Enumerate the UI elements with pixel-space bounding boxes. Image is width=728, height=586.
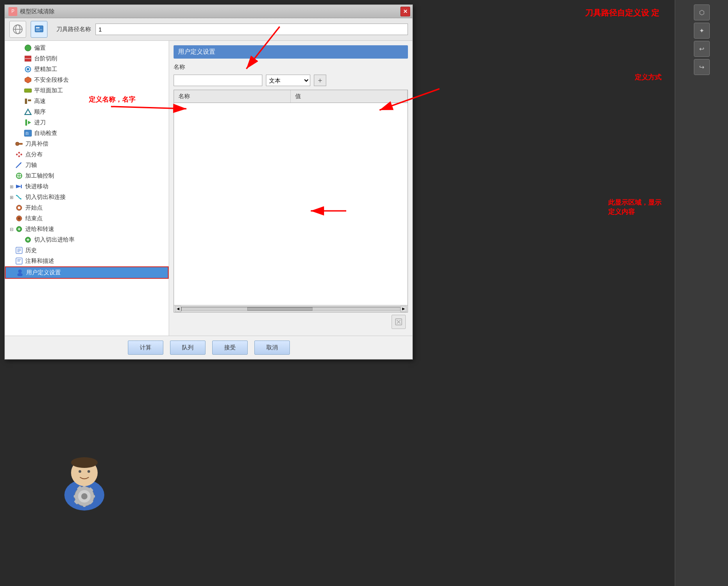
svg-rect-57 <box>83 486 86 490</box>
toolbar-icon-world[interactable] <box>9 21 26 38</box>
dialog-content: 偏置台阶切削壁精加工不安全段移去平坦面加工高速顺序进刀自自动检查刀具补偿点分布刀… <box>5 41 412 336</box>
icon-dao_zhou <box>15 162 24 169</box>
tree-item-jin_dao[interactable]: 进刀 <box>5 117 169 128</box>
queue-button[interactable]: 队列 <box>170 341 206 355</box>
tree-item-shun_xu[interactable]: 顺序 <box>5 107 169 117</box>
settings-panel: 用户定义设置 名称 文本 ＋ 名称 值 <box>169 41 412 336</box>
svg-point-48 <box>18 269 22 273</box>
svg-point-67 <box>79 470 81 473</box>
type-select[interactable]: 文本 <box>266 75 310 86</box>
icon-yong_hu_ding_yi <box>16 269 24 276</box>
tree-panel: 偏置台阶切削壁精加工不安全段移去平坦面加工高速顺序进刀自自动检查刀具补偿点分布刀… <box>5 41 169 336</box>
icon-ping_mian <box>24 87 32 94</box>
svg-rect-14 <box>25 99 27 104</box>
toolbar-btn-4[interactable]: ↪ <box>694 59 710 75</box>
add-property-button[interactable]: ＋ <box>314 75 326 86</box>
tree-item-dian_fen[interactable]: 点分布 <box>5 149 169 160</box>
name-input-row: 文本 ＋ <box>174 75 408 86</box>
toolbar-icon-card[interactable] <box>31 21 47 38</box>
scroll-left-arrow[interactable]: ◀ <box>175 306 181 312</box>
tree-item-li_shi[interactable]: 历史 <box>5 245 169 256</box>
svg-rect-22 <box>19 143 23 145</box>
scroll-right-arrow[interactable]: ▶ <box>400 306 407 312</box>
path-name-input[interactable] <box>95 24 408 35</box>
tree-item-zhu_shi[interactable]: 注释和描述 <box>5 256 169 266</box>
svg-rect-59 <box>91 495 95 498</box>
tree-item-qie_ru_chu_jin[interactable]: 切入切出进给率 <box>5 234 169 245</box>
delete-button[interactable] <box>392 315 406 329</box>
delete-btn-area <box>174 313 408 331</box>
dialog-title-icon: P <box>8 7 17 16</box>
tree-item-yong_hu_ding_yi[interactable]: 用户定义设置 <box>5 266 169 279</box>
svg-point-21 <box>16 142 19 146</box>
tree-item-kai_shi_dian[interactable]: 开始点 <box>5 202 169 213</box>
label-jie_shu_dian: 结束点 <box>25 214 43 222</box>
calculate-button[interactable]: 计算 <box>128 341 163 355</box>
label-zi_dong: 自动检查 <box>34 129 57 137</box>
table-header: 名称 值 <box>174 90 408 103</box>
expander-jin_gei_he_zhuan[interactable]: ⊟ <box>8 227 15 232</box>
icon-li_shi <box>15 247 24 254</box>
icon-shun_xu <box>24 108 32 115</box>
tree-item-dao_zhou[interactable]: 刀轴 <box>5 160 169 170</box>
icon-jie_shu_dian <box>15 215 24 222</box>
toolbar-btn-3[interactable]: ↩ <box>694 41 710 57</box>
label-jia_gong_zhou: 加工轴控制 <box>25 172 54 180</box>
tree-item-dao_ju_bu[interactable]: 刀具补偿 <box>5 139 169 149</box>
dialog-toolbar: 刀具路径名称 <box>5 18 412 41</box>
icon-zi_dong: 自 <box>24 130 32 137</box>
name-input-field[interactable] <box>174 75 262 86</box>
col-name-header: 名称 <box>174 90 291 103</box>
settings-title-bar: 用户定义设置 <box>174 45 408 59</box>
right-toolbar: ⬡ ✦ ↩ ↪ <box>675 0 728 586</box>
svg-rect-3 <box>35 26 43 32</box>
dialog-close-button[interactable]: ✕ <box>400 7 410 16</box>
tree-item-qie_ru[interactable]: ⊞切入切出和连接 <box>5 192 169 202</box>
label-qie_ru: 切入切出和连接 <box>25 193 66 201</box>
horizontal-scrollbar[interactable]: ◀ ▶ <box>174 305 408 312</box>
tree-item-gao_su[interactable]: 高速 <box>5 96 169 107</box>
icon-qie_ru <box>15 194 24 201</box>
annotation-define-method: 定义方式 <box>635 73 661 82</box>
annotation-name: 定义名称，名字 <box>89 95 135 104</box>
svg-marker-18 <box>28 121 31 124</box>
tree-item-jin_gei_he_zhuan[interactable]: ⊟进给和转速 <box>5 224 169 234</box>
icon-dao_ju_bu <box>15 140 24 147</box>
tree-item-jie_shu_dian[interactable]: 结束点 <box>5 213 169 224</box>
label-dian_fen: 点分布 <box>25 150 43 158</box>
label-li_shi: 历史 <box>25 246 37 254</box>
scroll-thumb[interactable] <box>247 307 313 311</box>
toolbar-btn-1[interactable]: ⬡ <box>694 4 710 20</box>
tree-item-tai_jie[interactable]: 台阶切削 <box>5 53 169 64</box>
annotation-title: 刀具路径自定义设 定 <box>585 8 659 18</box>
label-shun_xu: 顺序 <box>34 108 46 116</box>
icon-kuai_jin <box>15 183 24 190</box>
expander-qie_ru[interactable]: ⊞ <box>8 195 15 200</box>
svg-point-24 <box>18 152 20 154</box>
label-zhu_shi: 注释和描述 <box>25 257 54 265</box>
tree-item-zi_dong[interactable]: 自自动检查 <box>5 128 169 139</box>
scroll-track[interactable] <box>181 307 400 311</box>
tree-item-an_quan[interactable]: 不安全段移去 <box>5 75 169 85</box>
icon-zhu_shi <box>15 257 24 265</box>
name-row: 名称 <box>174 63 408 71</box>
svg-point-68 <box>87 470 90 473</box>
tree-item-bi_jing[interactable]: 壁精加工 <box>5 64 169 75</box>
svg-rect-4 <box>36 27 40 28</box>
icon-jin_dao <box>24 119 32 126</box>
icon-qie_ru_chu_jin <box>24 236 32 243</box>
toolbar-btn-2[interactable]: ✦ <box>694 23 710 39</box>
tree-item-jia_gong_zhou[interactable]: 加工轴控制 <box>5 170 169 181</box>
icon-pian_zhi <box>24 44 32 51</box>
svg-marker-32 <box>16 185 21 188</box>
svg-point-38 <box>18 217 20 220</box>
cancel-button[interactable]: 取消 <box>254 341 290 355</box>
tree-item-pian_zhi[interactable]: 偏置 <box>5 43 169 53</box>
tree-item-ping_mian[interactable]: 平坦面加工 <box>5 85 169 96</box>
expander-kuai_jin[interactable]: ⊞ <box>8 184 15 189</box>
label-yong_hu_ding_yi: 用户定义设置 <box>26 269 61 277</box>
icon-gao_su <box>24 98 32 105</box>
tree-item-kuai_jin[interactable]: ⊞快进移动 <box>5 181 169 192</box>
svg-point-7 <box>25 45 31 51</box>
accept-button[interactable]: 接受 <box>212 341 248 355</box>
